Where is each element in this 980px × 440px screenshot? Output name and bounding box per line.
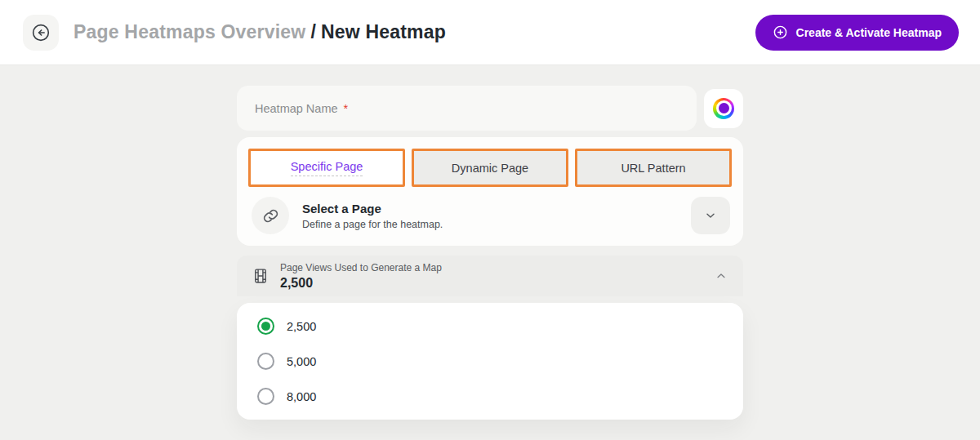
select-page-dropdown-button[interactable] — [691, 197, 730, 234]
select-page-subtitle: Define a page for the heatmap. — [302, 219, 443, 230]
heatmap-name-input[interactable] — [237, 86, 697, 131]
radio-unselected-icon[interactable] — [257, 388, 274, 405]
option-label: 2,500 — [287, 320, 316, 333]
chevron-up-icon — [715, 269, 728, 282]
page-views-accordion-header[interactable]: Page Views Used to Generate a Map 2,500 — [237, 256, 743, 296]
chevron-down-icon — [704, 209, 717, 222]
top-bar: Page Heatmaps Overview/New Heatmap Creat… — [0, 0, 980, 65]
option-8000[interactable]: 8,000 — [237, 379, 743, 414]
page-type-tabs: Specific Page Dynamic Page URL Pattern — [248, 149, 732, 187]
page-views-label: Page Views Used to Generate a Map — [280, 262, 442, 273]
radio-unselected-icon[interactable] — [257, 353, 274, 370]
page-target-panel: Specific Page Dynamic Page URL Pattern S… — [237, 137, 743, 246]
tab-url-pattern[interactable]: URL Pattern — [575, 149, 732, 187]
breadcrumb-separator: / — [310, 21, 316, 42]
film-icon — [252, 268, 269, 284]
option-2500[interactable]: 2,500 — [237, 309, 743, 344]
link-icon-badge — [252, 197, 289, 234]
color-wheel-icon — [713, 98, 734, 119]
heatmap-name-wrap: Heatmap Name* — [237, 86, 697, 131]
page-views-value: 2,500 — [280, 276, 442, 291]
heatmap-color-picker-button[interactable] — [704, 89, 743, 128]
breadcrumb-parent[interactable]: Page Heatmaps Overview — [74, 21, 305, 42]
back-button[interactable] — [23, 15, 59, 51]
radio-selected-icon[interactable] — [257, 318, 274, 335]
page-views-options-card: 2,500 5,000 8,000 — [237, 303, 743, 420]
name-row: Heatmap Name* — [237, 86, 743, 131]
breadcrumb: Page Heatmaps Overview/New Heatmap — [74, 21, 446, 43]
create-button-label: Create & Activate Heatmap — [796, 26, 942, 39]
link-icon — [262, 207, 279, 224]
tab-dynamic-page[interactable]: Dynamic Page — [412, 149, 568, 187]
option-label: 8,000 — [287, 390, 316, 403]
option-label: 5,000 — [287, 355, 316, 368]
breadcrumb-current: New Heatmap — [321, 21, 446, 42]
select-page-row[interactable]: Select a Page Define a page for the heat… — [248, 187, 732, 239]
arrow-left-circle-icon — [30, 22, 51, 43]
option-5000[interactable]: 5,000 — [237, 344, 743, 379]
new-heatmap-form: Heatmap Name* Specific Page Dynamic Page… — [237, 86, 743, 420]
tab-specific-page[interactable]: Specific Page — [248, 149, 405, 187]
select-page-title: Select a Page — [302, 202, 443, 216]
page-views-texts: Page Views Used to Generate a Map 2,500 — [280, 262, 442, 291]
create-activate-heatmap-button[interactable]: Create & Activate Heatmap — [755, 15, 959, 51]
select-page-texts: Select a Page Define a page for the heat… — [302, 202, 443, 230]
plus-circle-icon — [773, 24, 788, 40]
